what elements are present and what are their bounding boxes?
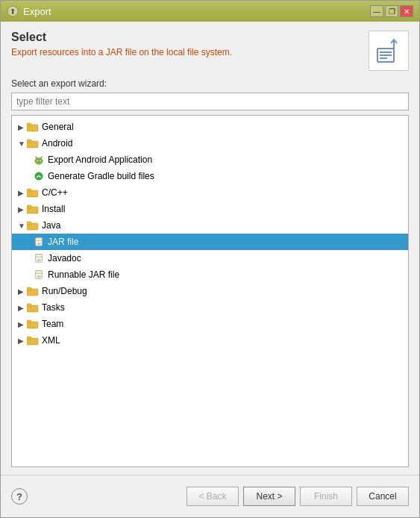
- svg-rect-35: [27, 304, 31, 307]
- tree-item-xml[interactable]: ▶ XML: [12, 332, 408, 349]
- content-area: Select Export resources into a JAR file …: [1, 22, 419, 467]
- title-bar: ⬆ Export — ❐ ✕: [1, 1, 419, 22]
- tree-label-android: Android: [42, 138, 72, 149]
- svg-rect-37: [27, 320, 31, 323]
- svg-rect-30: [36, 271, 43, 274]
- tree-item-generate-gradle[interactable]: Generate Gradle build files: [12, 168, 408, 184]
- tree-label-jar: JAR file: [48, 237, 78, 247]
- tree-label-tasks: Tasks: [42, 302, 65, 313]
- tree-label-install: Install: [42, 204, 65, 214]
- tree-item-run-debug[interactable]: ▶ Run/Debug: [12, 283, 408, 299]
- title-bar-left: ⬆ Export: [7, 5, 51, 17]
- jar-file-icon: JAR: [33, 237, 45, 247]
- svg-rect-39: [27, 337, 31, 340]
- next-button[interactable]: Next >: [243, 487, 295, 506]
- cancel-button[interactable]: Cancel: [357, 487, 409, 506]
- tree-item-runnable-jar[interactable]: JAR Runnable JAR file: [12, 266, 408, 283]
- app-icon: ⬆: [7, 5, 19, 17]
- tree-label-export-android: Export Android Application: [48, 155, 152, 165]
- folder-icon-java: [27, 220, 39, 231]
- tree-container[interactable]: ▶ General ▼ A: [11, 115, 409, 467]
- minimize-button[interactable]: —: [370, 5, 383, 17]
- svg-rect-4: [380, 54, 392, 56]
- header-text: Select Export resources into a JAR file …: [11, 31, 361, 57]
- arrow-general: ▶: [18, 123, 27, 131]
- arrow-team: ▶: [18, 320, 27, 328]
- help-button[interactable]: ?: [11, 488, 28, 505]
- tree-item-jar-file[interactable]: JAR JAR file: [12, 234, 408, 250]
- tree-label-xml: XML: [42, 335, 60, 346]
- android-icon: [33, 155, 45, 165]
- folder-icon-team: [27, 319, 39, 329]
- tree-label-team: Team: [42, 319, 63, 329]
- svg-text:JAR: JAR: [37, 243, 42, 246]
- bottom-right: < Back Next > Finish Cancel: [187, 487, 409, 506]
- tree-item-tasks[interactable]: ▶ Tasks: [12, 299, 408, 316]
- header-section: Select Export resources into a JAR file …: [11, 31, 409, 71]
- bottom-left: ?: [11, 488, 28, 505]
- svg-rect-5: [380, 57, 387, 59]
- svg-line-15: [41, 157, 43, 159]
- tree-item-install[interactable]: ▶ Install: [12, 201, 408, 217]
- arrow-java: ▼: [18, 222, 27, 230]
- svg-text:JAR: JAR: [37, 275, 42, 278]
- back-button[interactable]: < Back: [187, 487, 239, 506]
- svg-rect-27: [36, 255, 43, 258]
- tree-item-team[interactable]: ▶ Team: [12, 316, 408, 332]
- export-wizard-icon: [374, 37, 403, 65]
- page-title: Select: [11, 31, 361, 44]
- arrow-tasks: ▶: [18, 304, 27, 312]
- svg-point-13: [40, 160, 41, 161]
- svg-rect-22: [27, 222, 31, 225]
- restore-button[interactable]: ❐: [385, 5, 398, 17]
- tree-label-runnable-jar: Runnable JAR file: [48, 269, 119, 280]
- folder-icon-cpp: [27, 187, 39, 198]
- tree-item-android[interactable]: ▼ Android: [12, 135, 408, 152]
- svg-text:⬆: ⬆: [10, 7, 16, 16]
- arrow-run-debug: ▶: [18, 287, 27, 296]
- folder-icon-general: [27, 122, 39, 132]
- tree-item-cpp[interactable]: ▶ C/C++: [12, 184, 408, 201]
- filter-input[interactable]: [11, 93, 409, 110]
- svg-rect-33: [27, 287, 31, 290]
- tree-item-javadoc[interactable]: JAR Javadoc: [12, 250, 408, 266]
- javadoc-icon: JAR: [33, 253, 45, 263]
- folder-icon-android: [27, 138, 39, 149]
- window-title: Export: [23, 6, 51, 17]
- window-controls: — ❐ ✕: [370, 5, 413, 17]
- svg-point-12: [37, 160, 38, 161]
- close-button[interactable]: ✕: [400, 5, 413, 17]
- tree-item-general[interactable]: ▶ General: [12, 119, 408, 135]
- folder-icon-tasks: [27, 302, 39, 313]
- bottom-bar: ? < Back Next > Finish Cancel: [1, 475, 419, 517]
- tree-label-javadoc: Javadoc: [48, 253, 81, 263]
- gradle-icon: [33, 171, 45, 181]
- svg-rect-10: [27, 140, 31, 143]
- svg-rect-3: [380, 52, 392, 53]
- svg-point-11: [35, 157, 43, 164]
- tree-label-cpp: C/C++: [42, 187, 68, 198]
- folder-icon-install: [27, 204, 39, 214]
- arrow-xml: ▶: [18, 337, 27, 345]
- finish-button[interactable]: Finish: [300, 487, 352, 506]
- tree-label-general: General: [42, 122, 74, 132]
- svg-rect-18: [27, 189, 31, 192]
- folder-icon-xml: [27, 335, 39, 346]
- tree-item-export-android[interactable]: Export Android Application: [12, 152, 408, 168]
- arrow-cpp: ▶: [18, 189, 27, 197]
- svg-rect-20: [27, 205, 31, 208]
- svg-text:JAR: JAR: [37, 259, 42, 262]
- tree-label-gradle: Generate Gradle build files: [48, 171, 154, 181]
- arrow-install: ▶: [18, 205, 27, 213]
- tree-item-java[interactable]: ▼ Java: [12, 217, 408, 234]
- tree-label-java: Java: [42, 220, 60, 231]
- wizard-label: Select an export wizard:: [11, 78, 409, 89]
- svg-rect-8: [27, 123, 31, 126]
- folder-icon-run-debug: [27, 286, 39, 296]
- svg-line-14: [36, 157, 37, 159]
- svg-rect-24: [36, 238, 43, 241]
- arrow-android: ▼: [18, 140, 27, 148]
- wizard-icon-box: [369, 31, 409, 71]
- page-description: Export resources into a JAR file on the …: [11, 47, 361, 57]
- runnable-jar-icon: JAR: [33, 269, 45, 280]
